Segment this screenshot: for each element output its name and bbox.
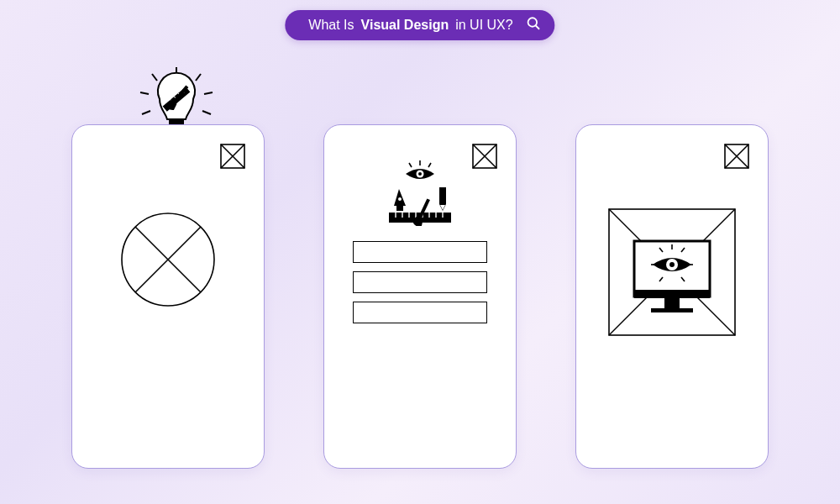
svg-point-31 [418, 172, 422, 176]
monitor-eye-placeholder-icon [601, 201, 743, 355]
svg-line-8 [202, 111, 211, 114]
form-row [353, 241, 487, 263]
wireframe-card-2 [323, 124, 517, 469]
svg-line-1 [536, 25, 540, 29]
design-tools-eye-icon [374, 159, 466, 229]
placeholder-box-icon [724, 144, 749, 169]
svg-line-3 [152, 74, 157, 81]
form-rows [353, 241, 487, 332]
search-pill[interactable]: What Is Visual Design in UI UX? [285, 10, 554, 40]
circle-placeholder-icon [118, 209, 218, 313]
search-text-suffix: in UI UX? [455, 18, 512, 33]
svg-line-6 [204, 92, 213, 94]
form-row [353, 302, 487, 323]
svg-point-32 [398, 197, 402, 201]
svg-point-62 [669, 262, 675, 267]
svg-line-4 [196, 74, 201, 81]
placeholder-box-icon [220, 144, 245, 169]
svg-rect-51 [634, 290, 710, 298]
search-text-prefix: What Is [308, 18, 354, 33]
svg-point-0 [528, 18, 538, 27]
svg-line-7 [142, 111, 150, 114]
wireframe-card-3 [575, 124, 769, 469]
wireframe-card-1 [71, 124, 265, 469]
svg-line-28 [409, 163, 412, 167]
svg-line-5 [140, 92, 149, 94]
search-text-bold: Visual Design [361, 18, 449, 33]
form-row [353, 271, 487, 293]
svg-rect-52 [664, 298, 680, 308]
svg-line-29 [428, 163, 431, 167]
search-icon [527, 16, 542, 34]
svg-rect-53 [651, 308, 693, 312]
svg-rect-33 [396, 206, 403, 211]
wireframe-cards-row [0, 124, 840, 469]
